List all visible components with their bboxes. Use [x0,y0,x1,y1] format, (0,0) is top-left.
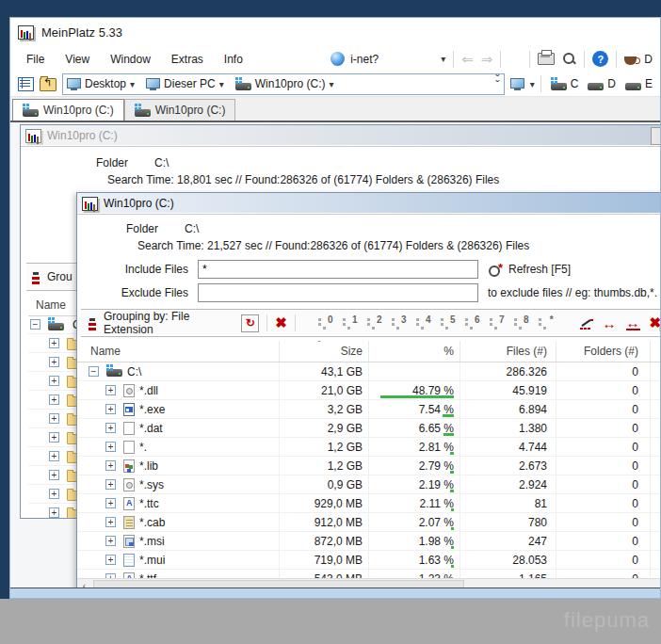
table-row[interactable]: +*.lib1,2 GB2.79 %2.6730 [77,457,660,475]
depth-8-button[interactable]: 8 [512,315,530,330]
expand-toggle[interactable]: + [105,555,116,565]
magic-wand-button[interactable] [579,316,593,330]
donate-coffee-button[interactable] [624,56,637,65]
table-row[interactable]: +*.1,2 GB2.81 %4.7440 [77,438,660,457]
front-window[interactable]: Win10pro (C:) Folder C:\ Search Time: 21… [76,192,660,588]
table-row[interactable]: −C:\43,1 GB286.3260 [77,362,660,381]
depth-0-button[interactable]: 0 [316,315,334,330]
menu-info[interactable]: Info [214,49,253,70]
window-button-partial[interactable] [651,127,660,145]
table-row[interactable]: +*.msi872,0 MB1.98 %2470 [77,532,660,551]
path-crumb-0[interactable]: Desktop▾ [67,77,140,90]
chevron-down-icon[interactable]: ▾ [329,79,333,89]
chevron-down-icon[interactable]: ▾ [441,54,445,64]
expand-toggle[interactable]: + [105,479,116,490]
depth-2-button[interactable]: 2 [365,315,383,330]
depth-4-button[interactable]: 4 [414,315,432,330]
column-header-size[interactable]: Sizeˇ [280,341,369,362]
expand-toggle[interactable]: + [49,357,59,367]
menu-file[interactable]: File [16,49,55,70]
expand-toggle[interactable]: − [89,366,99,377]
tab-0[interactable]: Win10pro (C:) [12,99,124,121]
expand-toggle[interactable]: + [105,385,116,395]
refresh-icon[interactable] [488,263,503,277]
chevron-down-icon[interactable]: ▾ [530,79,535,89]
table-row[interactable]: +*.ttc929,0 MB2.11 %810 [77,494,660,513]
expand-toggle[interactable]: + [105,423,116,433]
expand-toggle[interactable]: + [105,536,116,546]
depth-5-button[interactable]: 5 [439,315,457,330]
fit-columns-button[interactable] [603,317,617,330]
depth-6-button[interactable]: 6 [463,315,481,330]
path-crumb-1[interactable]: Dieser PC▾ [146,77,230,90]
column-header-folders[interactable]: Folders (#) [556,341,651,362]
print-button[interactable] [538,53,555,65]
table-row[interactable]: +*.cab912,0 MB2.07 %7800 [77,513,660,532]
folder-up-button[interactable] [40,78,56,91]
percent-bar [451,527,454,530]
expand-toggle[interactable]: + [105,442,116,452]
table-row[interactable]: +*.mui719,0 MB1.63 %28.0530 [77,551,660,570]
path-combobox[interactable]: Desktop▾Dieser PC▾Win10pro (C:)▾ [62,73,505,95]
expand-toggle[interactable]: + [105,498,116,508]
table-row[interactable]: +*.dat2,9 GB6.65 %1.3800 [77,419,660,438]
include-files-input[interactable] [198,260,478,279]
depth-7-button[interactable]: 7 [488,315,506,330]
drive-icon [588,83,604,90]
help-button[interactable] [592,51,608,67]
path-crumb-2[interactable]: Win10pro (C:)▾ [235,77,340,90]
expand-toggle[interactable]: + [49,432,59,443]
inet-combo[interactable]: i-net? ▾ [330,52,445,66]
expand-toggle[interactable]: + [49,507,59,518]
back-button[interactable]: ⇐ [461,51,474,68]
computer-icon[interactable] [510,78,524,90]
scrollbar-thumb[interactable] [93,580,464,588]
expand-toggle[interactable]: + [49,413,59,424]
front-horizontal-scrollbar[interactable]: ‹ [77,578,660,588]
column-header-name[interactable]: Name [77,341,280,362]
expand-toggle[interactable]: + [49,338,59,348]
table-row[interactable]: +*.ttf543,0 MB1.23 %1.1650 [77,570,660,578]
chevron-down-icon[interactable]: ▾ [130,79,135,89]
expand-toggle[interactable]: + [49,394,59,405]
menu-view[interactable]: View [55,49,100,70]
table-row[interactable]: +*.dll21,0 GB48.79 %45.9190 [77,381,660,400]
expand-toggle[interactable]: + [49,451,59,461]
chevron-down-icon[interactable]: ▾ [219,79,224,89]
globe-icon [330,52,345,66]
expand-toggle[interactable]: + [49,489,59,499]
forward-button[interactable]: ⇒ [481,51,493,68]
expand-chevron-icon[interactable] [495,78,499,89]
column-header-files[interactable]: Files (#) [460,341,556,362]
percent-cell: 1.63 % [369,551,460,569]
clear-grouping-button[interactable] [275,316,287,330]
expand-toggle[interactable]: + [105,517,116,527]
drive-button-e[interactable]: E [625,77,653,90]
search-button[interactable] [562,52,576,66]
tab-1[interactable]: Win10pro (C:) [124,99,236,121]
list-view-button[interactable] [18,77,34,91]
depth-3-button[interactable]: 3 [390,315,408,330]
expand-toggle[interactable]: + [49,376,59,386]
drive-button-c[interactable]: C [551,77,579,90]
table-row[interactable]: +*.sys0,9 GB2.19 %2.9240 [77,475,660,494]
front-window-title-bar[interactable]: Win10pro (C:) [77,193,660,215]
expand-toggle[interactable]: + [49,470,59,480]
app-title-bar[interactable]: MeinPlatz 5.33 [10,18,660,46]
menu-window[interactable]: Window [100,49,161,70]
fit-columns-all-button[interactable] [626,316,640,330]
back-window-title-bar[interactable]: Win10pro (C:) [21,125,660,147]
table-row[interactable]: +*.exe3,2 GB7.54 %6.8940 [77,400,660,419]
expand-toggle[interactable]: + [105,460,116,471]
export-button[interactable]: port [650,314,660,331]
menu-extras[interactable]: Extras [161,49,214,70]
exclude-files-input[interactable] [198,283,478,302]
depth-all-button[interactable]: * [537,315,555,330]
depth-1-button[interactable]: 1 [341,315,359,330]
scroll-left-button[interactable]: ‹ [77,579,91,588]
column-header-pct[interactable]: % [369,341,460,362]
drive-button-d[interactable]: D [588,77,616,90]
expand-toggle[interactable]: − [30,319,40,330]
expand-toggle[interactable]: + [105,404,116,414]
regroup-refresh-button[interactable] [241,314,259,332]
